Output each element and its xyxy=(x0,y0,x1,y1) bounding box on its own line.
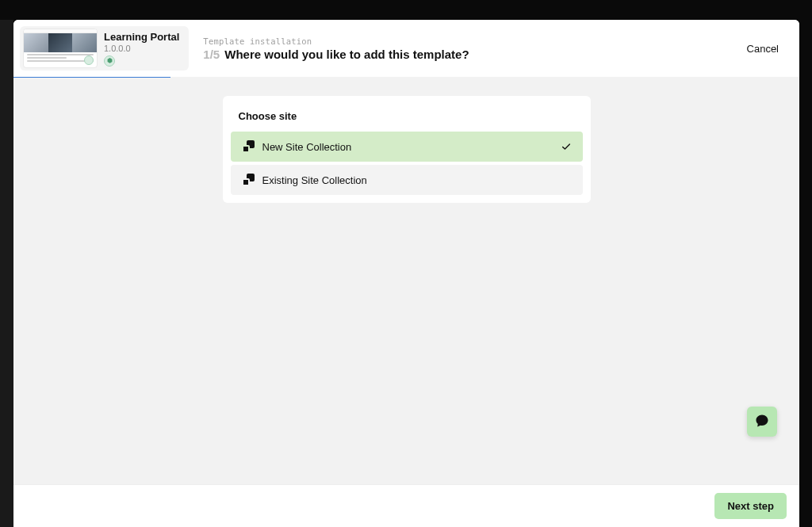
wizard-question: Where would you like to add this templat… xyxy=(224,48,469,61)
progress-bar xyxy=(13,77,170,78)
site-collection-icon xyxy=(242,140,255,153)
option-new-site-collection[interactable]: New Site Collection xyxy=(231,132,583,162)
site-collection-icon xyxy=(242,174,255,186)
wizard-modal: Learning Portal 1.0.0.0 ⬢ Template insta… xyxy=(13,20,799,527)
check-icon xyxy=(561,141,572,152)
template-thumbnail xyxy=(23,29,98,68)
wizard-title-block: Template installation 1/5 Where would yo… xyxy=(203,36,469,61)
template-card: Learning Portal 1.0.0.0 ⬢ xyxy=(20,26,189,71)
choose-site-card: Choose site New Site Collection Existing… xyxy=(223,96,591,203)
chat-icon xyxy=(754,413,770,431)
chat-fab[interactable] xyxy=(747,407,777,437)
wizard-step-indicator: 1/5 xyxy=(203,48,220,61)
template-type-icon: ⬢ xyxy=(104,55,115,67)
next-step-button[interactable]: Next step xyxy=(714,493,787,519)
wizard-header: Learning Portal 1.0.0.0 ⬢ Template insta… xyxy=(13,20,799,77)
template-name: Learning Portal xyxy=(104,31,179,43)
sidebar-sliver xyxy=(0,20,13,527)
option-label: New Site Collection xyxy=(262,141,553,153)
wizard-breadcrumb: Template installation xyxy=(203,36,469,46)
template-meta: Learning Portal 1.0.0.0 ⬢ xyxy=(104,31,179,67)
template-version: 1.0.0.0 xyxy=(104,44,179,53)
wizard-body: Choose site New Site Collection Existing… xyxy=(13,77,799,484)
wizard-footer: Next step xyxy=(13,484,799,527)
card-title: Choose site xyxy=(231,110,583,132)
option-label: Existing Site Collection xyxy=(262,174,572,186)
option-existing-site-collection[interactable]: Existing Site Collection xyxy=(231,165,583,195)
cancel-button[interactable]: Cancel xyxy=(745,38,780,59)
